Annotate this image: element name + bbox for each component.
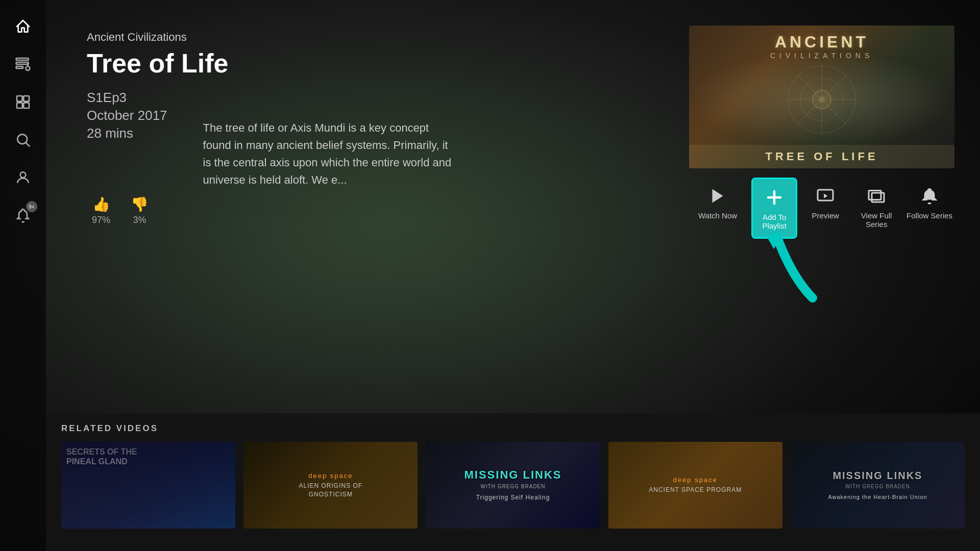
info-panel: Ancient Civilizations Tree of Life S1Ep3… xyxy=(87,31,454,226)
related-item-4-title: ANCIENT SPACE PROGRAM xyxy=(649,486,742,494)
svg-rect-7 xyxy=(17,103,22,108)
rating-positive[interactable]: 👍 97% xyxy=(92,196,110,226)
view-full-series-button[interactable]: View FullSeries xyxy=(853,178,899,236)
svg-rect-1 xyxy=(16,62,29,64)
notification-badge: 9+ xyxy=(26,201,37,212)
related-item-4-overlay: deep space ANCIENT SPACE PROGRAM xyxy=(608,442,782,529)
add-to-playlist-label: Add ToPlaylist xyxy=(762,213,787,230)
episode-date: October 2017 xyxy=(87,108,167,123)
related-item-1[interactable]: SECRETS OF THEPINEAL GLAND xyxy=(61,442,235,529)
related-item-3-series: MISSING LINKS xyxy=(464,468,562,482)
svg-rect-8 xyxy=(23,103,29,108)
svg-rect-6 xyxy=(23,96,29,102)
sidebar-item-home[interactable] xyxy=(12,15,34,38)
episode-thumbnail: ANCIENT CIVILIZATIONS TREE OF LIFE xyxy=(689,26,954,168)
related-item-3-subtitle: WITH GREGG BRADEN xyxy=(481,484,546,489)
sidebar-item-notifications[interactable]: 9+ xyxy=(12,204,34,227)
play-icon xyxy=(706,185,729,207)
svg-rect-0 xyxy=(16,58,29,60)
related-item-5-overlay: MISSING LINKS WITH GREGG BRADEN Awakenin… xyxy=(791,442,965,529)
sidebar-item-profile[interactable] xyxy=(12,166,34,189)
svg-point-11 xyxy=(20,172,26,178)
episode-season: S1Ep3 xyxy=(87,90,167,106)
rating-row: 👍 97% 👎 3% xyxy=(92,196,454,226)
svg-rect-5 xyxy=(17,96,22,102)
related-videos-title: RELATED VIDEOS xyxy=(61,423,965,434)
related-videos-section: RELATED VIDEOS SECRETS OF THEPINEAL GLAN… xyxy=(46,413,980,551)
rating-negative[interactable]: 👎 3% xyxy=(131,196,149,226)
svg-rect-27 xyxy=(869,191,881,200)
thumbs-down-icon: 👎 xyxy=(131,196,149,213)
add-to-playlist-wrapper: Add ToPlaylist xyxy=(751,178,797,239)
thumbnail-panel: ANCIENT CIVILIZATIONS TREE OF LIFE xyxy=(689,26,954,239)
follow-bell-icon xyxy=(918,185,941,207)
episode-duration: 28 mins xyxy=(87,126,167,141)
svg-line-10 xyxy=(26,143,30,146)
related-item-3-overlay: MISSING LINKS WITH GREGG BRADEN Triggeri… xyxy=(426,442,600,529)
related-item-5[interactable]: MISSING LINKS WITH GREGG BRADEN Awakenin… xyxy=(791,442,965,529)
view-full-series-label: View FullSeries xyxy=(861,211,892,229)
thumbnail-title-bar: TREE OF LIFE xyxy=(689,145,954,168)
rating-positive-pct: 97% xyxy=(92,215,110,226)
thumbnail-ep-title: TREE OF LIFE xyxy=(694,150,949,163)
sidebar-item-playlist[interactable] xyxy=(12,53,34,76)
related-item-5-subtitle: WITH GREGG BRADEN xyxy=(845,484,910,489)
plus-icon xyxy=(763,186,786,209)
episode-title: Tree of Life xyxy=(87,48,454,79)
svg-rect-2 xyxy=(16,66,23,68)
svg-point-3 xyxy=(26,66,30,70)
watch-now-wrapper: Watch Now xyxy=(689,178,746,227)
svg-marker-26 xyxy=(824,194,828,198)
related-item-5-title: Awakening the Heart-Brain Union xyxy=(828,493,927,501)
svg-point-19 xyxy=(819,96,825,103)
action-buttons: Watch Now Add ToPlaylist xyxy=(689,178,954,239)
svg-rect-28 xyxy=(872,193,884,202)
sidebar-item-grid[interactable] xyxy=(12,91,34,113)
preview-label: Preview xyxy=(812,211,839,220)
follow-series-button[interactable]: Follow Series xyxy=(904,178,954,227)
preview-button[interactable]: Preview xyxy=(802,178,848,227)
related-videos-grid: SECRETS OF THEPINEAL GLAND deep space AL… xyxy=(61,442,965,529)
watch-now-button[interactable]: Watch Now xyxy=(689,178,746,227)
episode-description: The tree of life or Axis Mundi is a key … xyxy=(203,119,454,189)
related-item-4-series: deep space xyxy=(673,476,718,484)
related-item-3-title: Triggering Self Healing xyxy=(476,493,550,502)
watch-now-label: Watch Now xyxy=(698,211,737,220)
follow-series-label: Follow Series xyxy=(906,211,952,220)
main-content: Ancient Civilizations Tree of Life S1Ep3… xyxy=(46,0,980,551)
related-item-4[interactable]: deep space ANCIENT SPACE PROGRAM xyxy=(608,442,782,529)
sidebar-item-search[interactable] xyxy=(12,129,34,151)
svg-point-9 xyxy=(17,134,27,144)
episode-meta: S1Ep3 October 2017 28 mins xyxy=(87,89,167,141)
rating-negative-pct: 3% xyxy=(133,215,146,226)
related-item-2-overlay: deep space ALIEN ORIGINS OFGNOSTICISM xyxy=(243,442,418,529)
thumbs-up-icon: 👍 xyxy=(92,196,110,213)
add-to-playlist-button[interactable]: Add ToPlaylist xyxy=(751,178,797,239)
related-item-3[interactable]: MISSING LINKS WITH GREGG BRADEN Triggeri… xyxy=(426,442,600,529)
series-logo: ANCIENT xyxy=(775,33,869,52)
svg-marker-20 xyxy=(713,189,723,203)
related-item-5-series: MISSING LINKS xyxy=(832,469,922,482)
related-item-2-series: deep space xyxy=(308,472,353,480)
related-item-2[interactable]: deep space ALIEN ORIGINS OFGNOSTICISM xyxy=(243,442,418,529)
series-title: Ancient Civilizations xyxy=(87,31,454,44)
sidebar: 9+ xyxy=(0,0,46,551)
related-item-2-title: ALIEN ORIGINS OFGNOSTICISM xyxy=(299,482,362,499)
series-icon xyxy=(865,185,888,207)
preview-icon xyxy=(814,185,837,207)
tree-of-life-graphic xyxy=(755,54,888,145)
